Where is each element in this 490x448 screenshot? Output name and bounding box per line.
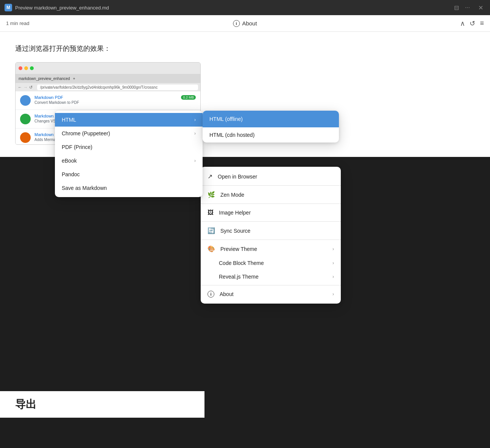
menu-chevron-ebook: › — [194, 158, 196, 163]
menu-item-preview-theme-label: Preview Theme — [220, 246, 329, 252]
close-button[interactable]: ✕ — [476, 3, 485, 12]
gh-avatar-2 — [20, 114, 31, 124]
menu-item-pdf[interactable]: PDF (Prince) — [55, 140, 203, 154]
app-icon: M — [5, 4, 12, 11]
divider-4 — [201, 240, 341, 240]
menu-chevron-about: › — [332, 291, 334, 297]
palette-icon: 🎨 — [208, 245, 215, 252]
preview-toolbar: 1 min read i About ∧ ↺ ≡ — [0, 15, 490, 32]
context-submenu-html: HTML (offline) HTML (cdn hosted) — [203, 111, 339, 143]
menu-chevron-html: › — [194, 117, 196, 122]
menu-item-zen-mode[interactable]: 🌿 Zen Mode — [201, 187, 341, 202]
menu-item-chrome-label: Chrome (Puppeteer) — [62, 130, 110, 136]
browser-chrome-bar — [16, 63, 200, 74]
about-info-icon: i — [208, 291, 214, 298]
zen-icon: 🌿 — [208, 191, 215, 198]
read-time: 1 min read — [6, 20, 29, 26]
gh-avatar-1 — [20, 95, 31, 106]
menu-item-code-block-label: Code Block Theme — [219, 260, 332, 266]
menu-item-chrome[interactable]: Chrome (Puppeteer) › — [55, 127, 203, 140]
content-text: 通过浏览器打开的预览的效果： — [15, 44, 475, 53]
menu-chevron-chrome: › — [194, 131, 196, 136]
menu-item-revealjs-label: Reveal.js Theme — [219, 274, 332, 280]
menu-item-about-label: About — [220, 291, 329, 297]
menu-chevron-code-block: › — [332, 260, 334, 266]
submenu-item-html-cdn[interactable]: HTML (cdn hosted) — [203, 127, 339, 143]
menu-item-html[interactable]: HTML › — [55, 113, 203, 127]
browser-forward: → — [23, 85, 28, 89]
submenu-item-html-offline[interactable]: HTML (offline) — [203, 111, 339, 127]
menu-item-image-label: Image Helper — [219, 210, 334, 216]
browser-dot-maximize — [30, 66, 34, 70]
gh-avatar-3 — [20, 132, 31, 143]
scroll-up-icon[interactable]: ∧ — [460, 19, 465, 28]
browser-reload: ↺ — [29, 85, 33, 90]
divider-5 — [201, 285, 341, 285]
export-section: 导出 — [0, 391, 204, 418]
info-icon: i — [233, 20, 240, 27]
menu-item-about[interactable]: i About › — [201, 287, 341, 301]
browser-back: ← — [18, 85, 22, 89]
title-bar-actions: ⊟ ··· ✕ — [454, 3, 485, 12]
context-menu-actions: ↗ Open in Browser 🌿 Zen Mode 🖼 Image Hel… — [201, 167, 341, 304]
menu-item-save-markdown-label: Save as Markdown — [62, 185, 107, 191]
menu-chevron-preview-theme: › — [332, 246, 334, 252]
refresh-icon[interactable]: ↺ — [470, 19, 475, 28]
menu-item-sync-label: Sync Source — [220, 228, 334, 234]
menu-item-pandoc[interactable]: Pandoc — [55, 168, 203, 181]
toolbar-actions: ∧ ↺ ≡ — [460, 19, 484, 28]
browser-dot-close — [19, 66, 22, 70]
window-title: Preview markdown_preview_enhanced.md — [15, 5, 451, 11]
menu-item-code-block-theme[interactable]: Code Block Theme › — [201, 256, 341, 270]
gh-content-1: Markdown PDF Convert Markdown to PDF — [34, 95, 177, 105]
window-more-icon[interactable]: ··· — [465, 4, 470, 11]
gh-desc-1: Convert Markdown to PDF — [34, 100, 177, 105]
menu-item-open-browser[interactable]: ↗ Open in Browser — [201, 169, 341, 184]
menu-item-zen-label: Zen Mode — [220, 192, 334, 198]
menu-icon[interactable]: ≡ — [480, 19, 484, 27]
menu-item-image-helper[interactable]: 🖼 Image Helper — [201, 205, 341, 220]
menu-item-preview-theme[interactable]: 🎨 Preview Theme › — [201, 241, 341, 256]
menu-item-save-markdown[interactable]: Save as Markdown — [55, 181, 203, 195]
about-label: About — [242, 20, 257, 27]
sync-icon: 🔄 — [208, 227, 215, 234]
gh-item-1: Markdown PDF Convert Markdown to PDF 0.2… — [16, 91, 200, 110]
divider-1 — [201, 185, 341, 186]
context-menu-export: HTML › Chrome (Puppeteer) › PDF (Prince)… — [55, 111, 203, 197]
browser-tab: markdown_preview_enhanced — [19, 77, 70, 81]
gh-badge-1: 0.2 MB — [181, 95, 196, 100]
menu-item-ebook[interactable]: eBook › — [55, 154, 203, 168]
divider-2 — [201, 204, 341, 204]
menu-item-html-label: HTML — [62, 117, 76, 123]
menu-item-ebook-label: eBook — [62, 158, 77, 164]
menu-item-sync-source[interactable]: 🔄 Sync Source — [201, 223, 341, 238]
browser-url: /private/var/folders/2k/dz8yg2vd4nldcqxm… — [37, 85, 198, 90]
window-minimize-icon[interactable]: ⊟ — [454, 4, 459, 11]
browser-dot-minimize — [24, 66, 28, 70]
menu-chevron-revealjs: › — [332, 274, 334, 279]
menu-item-pdf-label: PDF (Prince) — [62, 144, 92, 150]
export-title: 导出 — [15, 397, 189, 412]
browser-tab-bar: markdown_preview_enhanced + — [16, 74, 200, 83]
browser-tab-add: + — [73, 77, 75, 81]
menu-item-open-browser-label: Open in Browser — [218, 174, 334, 180]
image-icon: 🖼 — [208, 209, 214, 216]
browser-url-row: ← → ↺ /private/var/folders/2k/dz8yg2vd4n… — [16, 83, 200, 91]
about-button[interactable]: i About — [233, 20, 257, 27]
gh-title-1: Markdown PDF — [34, 95, 177, 100]
divider-3 — [201, 221, 341, 222]
title-bar: M Preview markdown_preview_enhanced.md ⊟… — [0, 0, 490, 15]
external-link-icon: ↗ — [208, 173, 212, 180]
menu-item-pandoc-label: Pandoc — [62, 171, 80, 177]
menu-item-revealjs-theme[interactable]: Reveal.js Theme › — [201, 270, 341, 284]
